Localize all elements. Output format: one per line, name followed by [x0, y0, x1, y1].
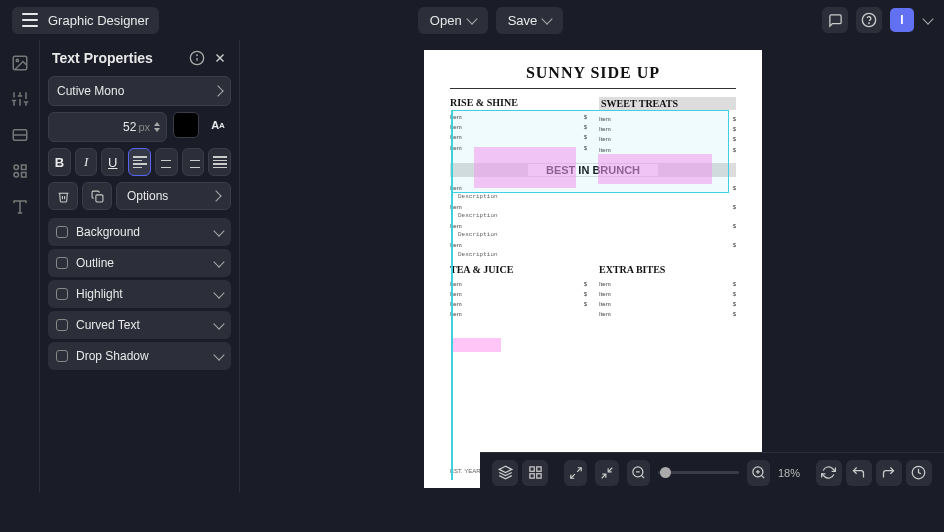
undo-button[interactable]: [846, 460, 872, 486]
align-justify-button[interactable]: [208, 148, 231, 176]
layers-button[interactable]: [492, 460, 518, 486]
section-sweet: SWEET TREATS: [599, 97, 736, 110]
menu-icon: [22, 13, 38, 27]
svg-rect-30: [529, 467, 533, 471]
svg-point-23: [197, 55, 198, 56]
chevron-down-icon: [213, 349, 224, 360]
redo-button[interactable]: [876, 460, 902, 486]
chevron-right-icon: [212, 85, 223, 96]
app-title-wrap[interactable]: Graphic Designer: [12, 7, 159, 34]
color-swatch[interactable]: [173, 112, 199, 138]
doc-title: SUNNY SIDE UP: [424, 50, 762, 88]
bold-button[interactable]: B: [48, 148, 71, 176]
delete-button[interactable]: [48, 182, 78, 210]
chevron-down-icon[interactable]: [922, 13, 933, 24]
svg-rect-28: [95, 194, 102, 201]
open-button[interactable]: Open: [418, 7, 488, 34]
save-button[interactable]: Save: [496, 7, 564, 34]
italic-button[interactable]: I: [75, 148, 98, 176]
chevron-down-icon: [213, 225, 224, 236]
svg-rect-18: [21, 173, 26, 178]
font-family-select[interactable]: Cutive Mono: [48, 76, 231, 106]
sliders-icon[interactable]: [11, 90, 29, 108]
section-extra: EXTRA BITES: [599, 264, 736, 275]
chevron-down-icon: [542, 13, 553, 24]
selection-box[interactable]: [451, 110, 729, 193]
drop-shadow-section[interactable]: Drop Shadow: [48, 342, 231, 370]
svg-line-36: [608, 467, 612, 471]
svg-line-35: [570, 474, 574, 478]
chevron-right-icon: [210, 190, 221, 201]
avatar[interactable]: I: [890, 8, 914, 32]
close-icon[interactable]: [213, 51, 227, 65]
align-left-button[interactable]: [128, 148, 151, 176]
zoom-out-button[interactable]: [627, 460, 650, 486]
footer-est: EST. YEAR: [450, 468, 481, 474]
sync-button[interactable]: [816, 460, 842, 486]
fullscreen-button[interactable]: [564, 460, 587, 486]
font-family-value: Cutive Mono: [57, 84, 124, 98]
outline-section[interactable]: Outline: [48, 249, 231, 277]
section-tea: TEA & JUICE: [450, 264, 587, 275]
comment-button[interactable]: [822, 7, 848, 33]
svg-rect-32: [536, 474, 540, 478]
chevron-down-icon: [213, 318, 224, 329]
document-page[interactable]: SUNNY SIDE UP RISE & SHINE Item$ Item$ I…: [424, 50, 762, 488]
comment-icon: [828, 13, 843, 28]
panel-title: Text Properties: [52, 50, 189, 66]
align-right-button[interactable]: [182, 148, 205, 176]
shapes-icon[interactable]: [11, 162, 29, 180]
help-icon: [861, 12, 877, 28]
highlight-overlay: [451, 338, 501, 352]
chevron-down-icon: [213, 287, 224, 298]
svg-point-17: [14, 173, 19, 178]
help-button[interactable]: [856, 7, 882, 33]
svg-marker-29: [499, 466, 512, 472]
left-rail: [0, 40, 40, 492]
fit-button[interactable]: [595, 460, 618, 486]
zoom-in-button[interactable]: [747, 460, 770, 486]
chevron-down-icon: [466, 13, 477, 24]
highlight-section[interactable]: Highlight: [48, 280, 231, 308]
history-button[interactable]: [906, 460, 932, 486]
table-icon[interactable]: [11, 126, 29, 144]
svg-point-3: [16, 59, 18, 61]
align-center-button[interactable]: [155, 148, 178, 176]
text-icon[interactable]: [11, 198, 29, 216]
zoom-slider[interactable]: [658, 471, 739, 474]
guide-line: [451, 110, 453, 480]
svg-point-15: [14, 165, 19, 170]
svg-rect-31: [536, 467, 540, 471]
bottom-bar: 18%: [480, 452, 944, 492]
background-section[interactable]: Background: [48, 218, 231, 246]
section-rise: RISE & SHINE: [450, 97, 587, 108]
svg-rect-16: [21, 165, 26, 170]
app-title: Graphic Designer: [48, 13, 149, 28]
svg-line-34: [577, 467, 581, 471]
font-size-input[interactable]: 52px: [48, 112, 167, 142]
top-bar: Graphic Designer Open Save I: [0, 0, 944, 40]
canvas[interactable]: SUNNY SIDE UP RISE & SHINE Item$ Item$ I…: [240, 40, 944, 492]
duplicate-button[interactable]: [82, 182, 112, 210]
text-case-button[interactable]: AA: [205, 112, 231, 138]
svg-line-39: [641, 475, 644, 478]
underline-button[interactable]: U: [101, 148, 124, 176]
font-size-value: 52: [123, 120, 136, 134]
svg-line-42: [761, 475, 764, 478]
grid-button[interactable]: [522, 460, 548, 486]
zoom-value: 18%: [778, 467, 800, 479]
main-area: Text Properties Cutive Mono 52px AA B I …: [0, 40, 944, 492]
svg-rect-33: [529, 474, 533, 478]
chevron-down-icon: [213, 256, 224, 267]
curved-text-section[interactable]: Curved Text: [48, 311, 231, 339]
options-button[interactable]: Options: [116, 182, 231, 210]
font-size-stepper[interactable]: [154, 122, 160, 132]
info-icon[interactable]: [189, 50, 205, 66]
text-properties-panel: Text Properties Cutive Mono 52px AA B I …: [40, 40, 240, 492]
svg-line-37: [602, 474, 606, 478]
svg-point-1: [869, 23, 870, 24]
image-icon[interactable]: [11, 54, 29, 72]
